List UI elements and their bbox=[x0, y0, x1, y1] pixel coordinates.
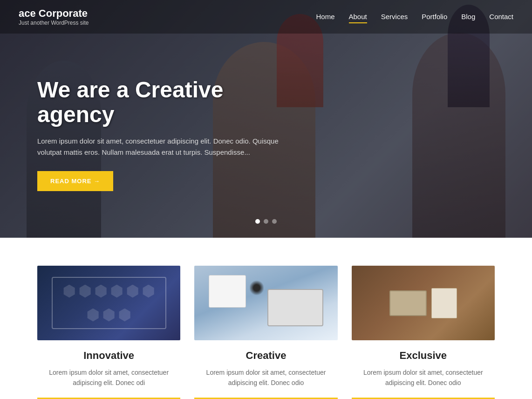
hex-icon-2 bbox=[79, 285, 92, 298]
laptop-shape bbox=[267, 289, 323, 326]
nav-services[interactable]: Services bbox=[381, 11, 408, 23]
hero-title: We are a Creative agency bbox=[37, 78, 280, 127]
logo-area: ace Corporate Just another WordPress sit… bbox=[19, 7, 89, 26]
hero-read-more-button[interactable]: READ MORE → bbox=[37, 171, 113, 191]
card-exclusive-description: Lorem ipsum dolor sit amet, consectetuer… bbox=[352, 367, 495, 388]
site-subtitle: Just another WordPress site bbox=[19, 20, 89, 26]
card-creative-description: Lorem ipsum dolor sit amet, consectetuer… bbox=[194, 367, 337, 388]
header: ace Corporate Just another WordPress sit… bbox=[0, 0, 532, 34]
card-exclusive-image bbox=[352, 266, 495, 340]
hex-icon-8 bbox=[102, 309, 116, 322]
hero-description: Lorem ipsum dolor sit amet, consectetuer… bbox=[37, 136, 280, 158]
hex-icon-6 bbox=[142, 285, 155, 298]
nav-contact[interactable]: Contact bbox=[489, 11, 513, 23]
hex-icon-5 bbox=[126, 285, 139, 298]
site-title: ace Corporate bbox=[19, 7, 89, 20]
laptop2-shape bbox=[389, 290, 427, 316]
hero-dot-2[interactable] bbox=[264, 219, 268, 224]
hero-dots bbox=[255, 219, 277, 224]
cards-section: Innovative Lorem ipsum dolor sit amet, c… bbox=[0, 238, 532, 399]
card-creative-image bbox=[194, 266, 337, 340]
hex-icon-3 bbox=[95, 285, 108, 298]
main-nav: Home About Services Portfolio Blog Conta… bbox=[316, 11, 513, 23]
nav-about[interactable]: About bbox=[349, 11, 367, 23]
hex-icon-1 bbox=[63, 285, 76, 298]
nav-portfolio[interactable]: Portfolio bbox=[422, 11, 447, 23]
hex-icon-9 bbox=[118, 309, 131, 322]
card-exclusive: Exclusive Lorem ipsum dolor sit amet, co… bbox=[352, 266, 495, 399]
nav-home[interactable]: Home bbox=[316, 11, 334, 23]
paper-shape bbox=[431, 288, 457, 318]
hero-content: We are a Creative agency Lorem ipsum dol… bbox=[37, 78, 280, 191]
card-innovative-description: Lorem ipsum dolor sit amet, consectetuer… bbox=[37, 367, 180, 388]
hero-section: We are a Creative agency Lorem ipsum dol… bbox=[0, 0, 532, 238]
card-creative-title: Creative bbox=[246, 350, 286, 362]
hex-icon-4 bbox=[110, 285, 123, 298]
card-innovative-image-inner bbox=[52, 277, 166, 329]
card-creative: Creative Lorem ipsum dolor sit amet, con… bbox=[194, 266, 337, 399]
plant-shape bbox=[250, 280, 264, 296]
card-innovative-image bbox=[37, 266, 180, 340]
hero-dot-1[interactable] bbox=[255, 219, 260, 224]
hex-icon-7 bbox=[87, 309, 100, 322]
whiteboard-shape bbox=[209, 275, 246, 308]
card-innovative-title: Innovative bbox=[83, 350, 134, 362]
card-exclusive-title: Exclusive bbox=[400, 350, 447, 362]
hero-dot-3[interactable] bbox=[272, 219, 277, 224]
card-innovative: Innovative Lorem ipsum dolor sit amet, c… bbox=[37, 266, 180, 399]
nav-blog[interactable]: Blog bbox=[461, 11, 475, 23]
